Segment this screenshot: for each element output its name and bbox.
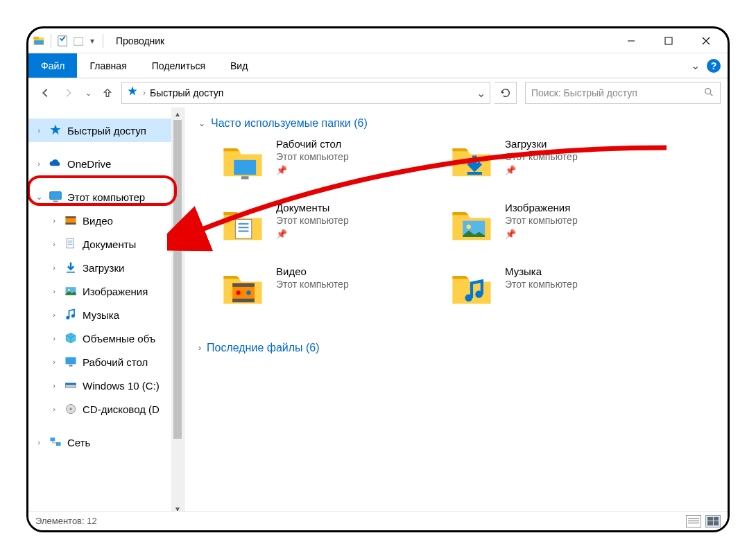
tile-music[interactable]: Музыка Этот компьютер: [448, 265, 656, 321]
this-pc-icon: [48, 189, 63, 204]
expand-icon[interactable]: ›: [49, 287, 59, 295]
qa-properties-icon[interactable]: [57, 35, 69, 47]
nav-back-button[interactable]: [35, 83, 55, 103]
documents-folder-icon: [219, 202, 266, 249]
tab-share[interactable]: Поделиться: [139, 53, 218, 78]
svg-rect-43: [232, 284, 255, 287]
tile-name: Видео: [276, 265, 349, 277]
pictures-icon: [63, 284, 78, 299]
tab-file[interactable]: Файл: [28, 53, 77, 78]
frequent-folders-grid: Рабочий стол Этот компьютер 📌 Загрузки Э…: [219, 138, 714, 321]
sidebar-item-documents[interactable]: › Документы: [28, 232, 184, 256]
sidebar-item-this-pc[interactable]: ⌄ Этот компьютер: [28, 185, 184, 209]
sidebar-label: CD-дисковод (D: [83, 403, 160, 415]
sidebar-item-drive-cd[interactable]: › CD-дисковод (D: [28, 397, 184, 421]
nav-forward-button[interactable]: [59, 83, 78, 103]
address-dropdown-icon[interactable]: ⌄: [476, 87, 486, 100]
separator: [51, 34, 51, 48]
music-folder-icon: [448, 265, 495, 313]
sidebar-item-drive-c[interactable]: › Windows 10 (C:): [28, 374, 184, 397]
svg-point-47: [465, 294, 472, 302]
status-bar: Элементов: 12: [28, 511, 728, 530]
recent-files-header[interactable]: › Последние файлы (6): [198, 342, 714, 354]
tile-videos[interactable]: Видео Этот компьютер: [219, 265, 427, 321]
qa-dropdown-icon[interactable]: ▾: [87, 36, 97, 46]
expand-icon[interactable]: ›: [49, 216, 59, 225]
pin-icon: 📌: [505, 229, 578, 239]
nav-up-button[interactable]: [98, 83, 117, 103]
tile-location: Этот компьютер: [276, 279, 349, 290]
scroll-thumb[interactable]: [173, 120, 182, 439]
search-box[interactable]: Поиск: Быстрый доступ: [525, 82, 721, 104]
title-bar: ▾ Проводник: [28, 28, 728, 53]
frequent-folders-header[interactable]: ⌄ Часто используемые папки (6): [198, 117, 714, 130]
expand-icon[interactable]: ›: [49, 334, 59, 342]
chevron-down-icon[interactable]: ⌄: [198, 119, 205, 128]
expand-icon[interactable]: ›: [49, 263, 59, 272]
chevron-right-icon[interactable]: ›: [198, 343, 201, 353]
svg-rect-1: [34, 37, 40, 40]
tile-pictures[interactable]: Изображения Этот компьютер 📌: [448, 202, 656, 257]
tab-view[interactable]: Вид: [218, 53, 260, 78]
tile-name: Изображения: [505, 202, 578, 213]
desktop-icon: [63, 354, 78, 369]
section-title: Последние файлы (6): [207, 342, 320, 354]
ribbon-expand-icon[interactable]: ⌄: [691, 59, 700, 72]
tab-home[interactable]: Главная: [77, 53, 139, 78]
scroll-up-icon[interactable]: ▲: [171, 107, 184, 120]
svg-line-10: [710, 94, 712, 96]
sidebar-item-videos[interactable]: › Видео: [28, 209, 184, 232]
videos-folder-icon: [219, 265, 266, 313]
pictures-folder-icon: [448, 202, 495, 249]
item-count: Элементов: 12: [35, 516, 97, 526]
sidebar-item-pictures[interactable]: › Изображения: [28, 279, 184, 303]
pin-icon: 📌: [276, 229, 349, 239]
expand-icon[interactable]: ›: [49, 381, 59, 390]
navigation-bar: ⌄ › Быстрый доступ ⌄ Поиск: Быстрый дост…: [28, 78, 728, 107]
nav-history-dropdown[interactable]: ⌄: [83, 83, 94, 103]
tile-location: Этот компьютер: [276, 151, 349, 162]
refresh-button[interactable]: [495, 82, 517, 104]
view-details-icon[interactable]: [686, 515, 701, 528]
sidebar-label: Объемные объ: [83, 333, 155, 345]
maximize-button[interactable]: [650, 28, 687, 53]
tile-documents[interactable]: Документы Этот компьютер 📌: [219, 202, 427, 257]
collapse-icon[interactable]: ⌄: [34, 193, 44, 202]
sidebar-scrollbar[interactable]: ▲ ▼: [171, 107, 184, 515]
sidebar-label: Изображения: [83, 286, 148, 297]
expand-icon[interactable]: ›: [49, 240, 59, 248]
view-large-icons-icon[interactable]: [705, 515, 721, 528]
window-title: Проводник: [116, 35, 164, 46]
close-button[interactable]: [687, 28, 725, 53]
tile-location: Этот компьютер: [276, 215, 349, 226]
svg-rect-3: [58, 35, 67, 45]
sidebar-item-3d-objects[interactable]: › Объемные объ: [28, 326, 184, 350]
breadcrumb-separator-icon[interactable]: ›: [143, 88, 146, 98]
expand-icon[interactable]: ›: [34, 438, 44, 446]
expand-icon[interactable]: ›: [34, 126, 44, 134]
expand-icon[interactable]: ›: [49, 311, 59, 319]
documents-icon: [63, 236, 78, 252]
minimize-button[interactable]: [612, 28, 650, 53]
sidebar-item-desktop[interactable]: › Рабочий стол: [28, 350, 184, 374]
help-icon[interactable]: ?: [707, 59, 721, 73]
qa-newfolder-icon[interactable]: [72, 35, 85, 47]
explorer-icon: [33, 35, 45, 47]
expand-icon[interactable]: ›: [34, 159, 44, 168]
svg-point-41: [467, 225, 471, 229]
expand-icon[interactable]: ›: [49, 405, 59, 413]
sidebar-item-music[interactable]: › Музыка: [28, 303, 184, 326]
tile-downloads[interactable]: Загрузки Этот компьютер 📌: [448, 138, 656, 193]
sidebar-item-downloads[interactable]: › Загрузки: [28, 256, 184, 279]
sidebar-label: Этот компьютер: [67, 191, 145, 203]
svg-point-9: [705, 88, 711, 94]
navigation-pane: › Быстрый доступ › OneDrive ⌄ Этот компь…: [28, 107, 184, 515]
sidebar-item-network[interactable]: › Сеть: [28, 430, 184, 454]
address-bar[interactable]: › Быстрый доступ ⌄: [121, 82, 490, 104]
tile-desktop[interactable]: Рабочий стол Этот компьютер 📌: [219, 138, 427, 193]
cd-drive-icon: [63, 401, 78, 417]
sidebar-item-quick-access[interactable]: › Быстрый доступ: [28, 119, 184, 142]
address-location[interactable]: Быстрый доступ: [150, 87, 223, 98]
expand-icon[interactable]: ›: [49, 358, 59, 366]
sidebar-item-onedrive[interactable]: › OneDrive: [28, 152, 184, 175]
